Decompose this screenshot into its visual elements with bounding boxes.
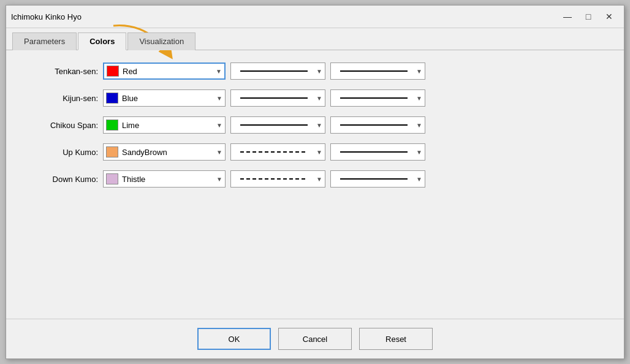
solid-line-icon	[340, 151, 408, 153]
chevron-down-icon-line1-tenkan: ▼	[316, 68, 322, 75]
label-down-kumo: Down Kumo:	[25, 175, 98, 184]
chevron-down-icon-kijun: ▼	[216, 95, 222, 102]
chevron-down-icon-down-kumo: ▼	[216, 176, 222, 183]
label-chikou-span: Chikou Span:	[25, 121, 98, 130]
title-bar: Ichimoku Kinko Hyo — □ ✕	[6, 6, 624, 28]
footer: OK Cancel Reset	[6, 319, 624, 358]
maximize-button[interactable]: □	[579, 9, 598, 24]
tab-colors[interactable]: Colors	[78, 32, 126, 50]
chevron-down-icon-line1-kijun: ▼	[316, 95, 322, 102]
solid-line-icon	[240, 70, 308, 72]
chevron-down-icon-line2-kijun: ▼	[416, 95, 422, 102]
solid-line-icon	[240, 124, 308, 126]
row-kijun-sen: Kijun-sen: Blue ▼ ▼ ▼	[25, 89, 605, 107]
chevron-down-icon-tenkan: ▼	[216, 68, 222, 75]
window-controls: — □ ✕	[558, 9, 619, 24]
chevron-down-icon-line1-down-kumo: ▼	[316, 176, 322, 183]
label-tenkan-sen: Tenkan-sen:	[25, 67, 98, 76]
chevron-down-icon-line2-down-kumo: ▼	[416, 176, 422, 183]
color-name-kijun-sen: Blue	[122, 94, 214, 103]
line-dropdown2-kijun-sen[interactable]: ▼	[330, 89, 425, 107]
line-style2-tenkan	[333, 70, 414, 72]
line-style1-chikou	[233, 124, 314, 126]
line-dropdown2-up-kumo[interactable]: ▼	[330, 143, 425, 161]
color-swatch-down-kumo	[106, 173, 118, 184]
line-style1-up-kumo	[233, 151, 314, 153]
chevron-down-icon-line2-tenkan: ▼	[416, 68, 422, 75]
color-swatch-tenkan-sen	[107, 66, 119, 77]
chevron-down-icon-line1-up-kumo: ▼	[316, 149, 322, 156]
chevron-down-icon-line2-chikou: ▼	[416, 122, 422, 129]
label-up-kumo: Up Kumo:	[25, 148, 98, 157]
color-dropdown-down-kumo[interactable]: Thistle ▼	[103, 170, 226, 188]
color-name-down-kumo: Thistle	[122, 175, 214, 184]
chevron-down-icon-line1-chikou: ▼	[316, 122, 322, 129]
tab-parameters[interactable]: Parameters	[12, 32, 77, 50]
line-style1-tenkan	[233, 70, 314, 72]
row-up-kumo: Up Kumo: SandyBrown ▼ ▼ ▼	[25, 143, 605, 161]
line-style2-up-kumo	[333, 151, 414, 153]
minimize-button[interactable]: —	[558, 9, 577, 24]
solid-line-icon	[340, 70, 408, 72]
color-name-tenkan-sen: Red	[123, 67, 213, 76]
line-dropdown2-chikou-span[interactable]: ▼	[330, 116, 425, 134]
reset-button[interactable]: Reset	[359, 328, 433, 350]
line-dropdown1-up-kumo[interactable]: ▼	[230, 143, 325, 161]
color-name-up-kumo: SandyBrown	[122, 148, 214, 157]
color-name-chikou-span: Lime	[122, 121, 214, 130]
ok-button[interactable]: OK	[197, 328, 271, 350]
color-dropdown-up-kumo[interactable]: SandyBrown ▼	[103, 143, 226, 161]
cancel-button[interactable]: Cancel	[278, 328, 352, 350]
dashed-line-icon	[240, 178, 308, 180]
tab-visualization[interactable]: Visualization	[127, 32, 195, 50]
chevron-down-icon-up-kumo: ▼	[216, 149, 222, 156]
color-dropdown-tenkan-sen[interactable]: Red ▼	[103, 63, 226, 80]
solid-line-icon	[240, 97, 308, 99]
color-swatch-kijun-sen	[106, 93, 118, 104]
color-swatch-up-kumo	[106, 146, 118, 157]
line-style2-kijun	[333, 97, 414, 99]
row-tenkan-sen: Tenkan-sen: Red ▼ ▼ ▼	[25, 63, 605, 80]
row-chikou-span: Chikou Span: Lime ▼ ▼ ▼	[25, 116, 605, 134]
chevron-down-icon-line2-up-kumo: ▼	[416, 149, 422, 156]
solid-line-icon	[340, 178, 408, 180]
chevron-down-icon-chikou: ▼	[216, 122, 222, 129]
row-down-kumo: Down Kumo: Thistle ▼ ▼ ▼	[25, 170, 605, 188]
line-dropdown1-tenkan-sen[interactable]: ▼	[230, 63, 325, 80]
line-style2-down-kumo	[333, 178, 414, 180]
color-swatch-chikou-span	[106, 119, 118, 131]
tab-bar: Parameters Colors Visualization	[6, 28, 624, 50]
line-style2-chikou	[333, 124, 414, 126]
dashed-line-icon	[240, 151, 308, 153]
line-style1-kijun	[233, 97, 314, 99]
window-title: Ichimoku Kinko Hyo	[11, 12, 82, 21]
line-dropdown1-chikou-span[interactable]: ▼	[230, 116, 325, 134]
line-dropdown2-down-kumo[interactable]: ▼	[330, 170, 425, 188]
line-dropdown2-tenkan-sen[interactable]: ▼	[330, 63, 425, 80]
label-kijun-sen: Kijun-sen:	[25, 94, 98, 103]
content-area: Tenkan-sen: Red ▼ ▼ ▼ Kijun-sen:	[6, 50, 624, 319]
solid-line-icon	[340, 124, 408, 126]
color-dropdown-chikou-span[interactable]: Lime ▼	[103, 116, 226, 134]
line-dropdown1-down-kumo[interactable]: ▼	[230, 170, 325, 188]
solid-line-icon	[340, 97, 408, 99]
line-style1-down-kumo	[233, 178, 314, 180]
line-dropdown1-kijun-sen[interactable]: ▼	[230, 89, 325, 107]
color-dropdown-kijun-sen[interactable]: Blue ▼	[103, 89, 226, 107]
close-button[interactable]: ✕	[599, 9, 619, 24]
dialog-window: Ichimoku Kinko Hyo — □ ✕ Parameters Colo…	[6, 5, 624, 359]
